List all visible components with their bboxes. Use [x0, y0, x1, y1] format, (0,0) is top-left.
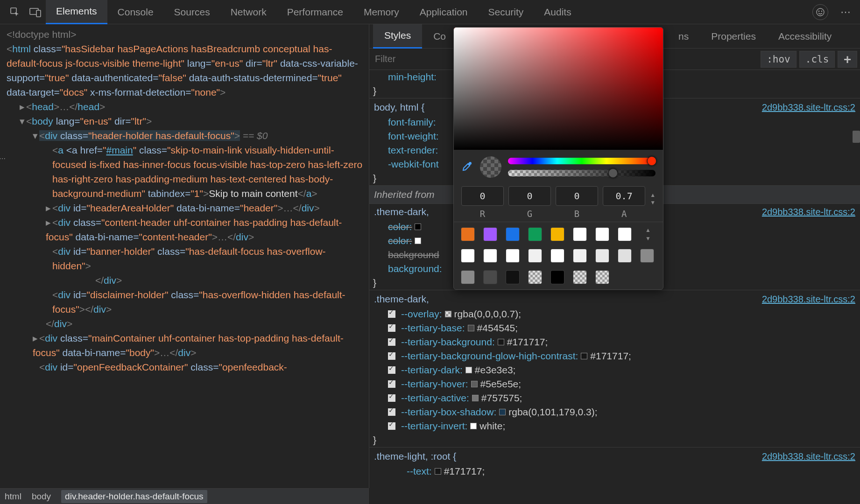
palette-swatch[interactable]: [506, 271, 519, 284]
property-toggle[interactable]: [388, 352, 395, 360]
palette-scroll-arrows[interactable]: ▲▼: [641, 227, 656, 242]
palette-swatch[interactable]: [529, 228, 542, 241]
crumb-selected-div[interactable]: div.header-holder.has-default-focus: [61, 490, 207, 503]
crumb-html[interactable]: html: [5, 491, 21, 502]
tab-performance[interactable]: Performance: [277, 0, 353, 24]
element-classes-button[interactable]: .cls: [799, 51, 835, 68]
tab-memory[interactable]: Memory: [353, 0, 409, 24]
palette-swatch[interactable]: [484, 271, 497, 284]
collapse-icon[interactable]: ▾: [20, 114, 26, 128]
collapse-icon[interactable]: ▾: [33, 128, 39, 143]
svg-point-3: [817, 8, 824, 16]
html-tag[interactable]: html: [12, 43, 31, 54]
device-toolbar-icon[interactable]: [29, 6, 42, 19]
current-color-preview: [480, 156, 501, 178]
property-toggle[interactable]: [388, 366, 395, 374]
dom-tree[interactable]: ⋯ <!doctype html> <html class="hasSideba…: [0, 24, 369, 488]
palette-swatch[interactable]: [484, 228, 497, 241]
svg-point-5: [821, 11, 822, 11]
palette-swatch[interactable]: [596, 249, 609, 262]
svg-point-6: [469, 162, 471, 164]
tab-properties[interactable]: Properties: [700, 24, 767, 49]
svg-rect-2: [36, 10, 41, 17]
property-toggle[interactable]: [388, 394, 395, 402]
palette-swatch[interactable]: [484, 249, 497, 262]
alpha-slider[interactable]: [508, 170, 656, 176]
palette-swatch[interactable]: [461, 271, 474, 284]
color-inputs: R G B A ▲▼: [454, 184, 663, 222]
palette-swatch[interactable]: [461, 228, 474, 241]
property-toggle[interactable]: [388, 310, 395, 318]
palette-swatch[interactable]: [551, 271, 564, 284]
scrollbar-thumb[interactable]: [853, 131, 860, 143]
css-selector[interactable]: .theme-light, :root {: [374, 449, 568, 463]
palette-swatch[interactable]: [573, 228, 586, 241]
css-selector[interactable]: .theme-dark,: [374, 292, 568, 306]
tab-styles[interactable]: Styles: [373, 24, 422, 49]
tab-console[interactable]: Console: [107, 0, 164, 24]
palette-swatch[interactable]: [618, 249, 631, 262]
property-toggle[interactable]: [388, 380, 395, 388]
palette-swatch[interactable]: [618, 228, 631, 241]
palette-swatch[interactable]: [461, 249, 474, 262]
color-r-input[interactable]: [461, 186, 504, 206]
styles-filter-input[interactable]: [369, 54, 453, 64]
saturation-value-field[interactable]: [454, 28, 663, 150]
palette-swatch[interactable]: [641, 249, 654, 262]
palette-swatch[interactable]: [573, 271, 586, 284]
tab-network[interactable]: Network: [220, 0, 277, 24]
inspect-element-icon[interactable]: [8, 6, 21, 19]
palette-swatch[interactable]: [506, 228, 519, 241]
eyedropper-icon[interactable]: [461, 161, 473, 173]
inherited-from-label: Inherited from: [374, 189, 435, 200]
breadcrumb: html body div.header-holder.has-default-…: [0, 488, 369, 504]
palette-swatch[interactable]: [529, 271, 542, 284]
expand-icon[interactable]: ▸: [20, 99, 26, 114]
overflow-indicator-icon: ⋯: [0, 152, 7, 166]
tab-application[interactable]: Application: [409, 0, 478, 24]
hover-state-button[interactable]: :hov: [761, 51, 797, 68]
source-link[interactable]: 2d9bb338.site-ltr.css:2: [762, 205, 855, 219]
new-style-rule-button[interactable]: +: [838, 51, 857, 68]
palette-swatch[interactable]: [506, 249, 519, 262]
svg-point-4: [818, 11, 819, 11]
palette-swatch[interactable]: [551, 228, 564, 241]
tab-audits[interactable]: Audits: [534, 0, 581, 24]
source-link[interactable]: 2d9bb338.site-ltr.css:2: [762, 449, 855, 463]
feedback-smile-icon[interactable]: [812, 4, 828, 20]
color-b-input[interactable]: [556, 186, 598, 206]
color-palette: ▲▼: [454, 222, 663, 289]
tab-security[interactable]: Security: [478, 0, 534, 24]
hue-slider[interactable]: [508, 158, 656, 164]
palette-swatch[interactable]: [573, 249, 586, 262]
property-toggle[interactable]: [388, 338, 395, 346]
doctype: <!doctype html>: [7, 29, 76, 40]
styles-panel: Styles Co ns Properties Accessibility :h…: [369, 24, 860, 488]
tab-listeners-partial[interactable]: ns: [667, 24, 700, 49]
source-link[interactable]: 2d9bb338.site-ltr.css:2: [762, 292, 855, 306]
color-picker-popup: R G B A ▲▼ ▲▼: [453, 27, 663, 290]
color-g-input[interactable]: [508, 186, 551, 206]
palette-swatch[interactable]: [596, 228, 609, 241]
color-mode-switcher[interactable]: ▲▼: [650, 192, 656, 213]
devtools-main-tabs: Elements Console Sources Network Perform…: [0, 0, 860, 24]
palette-swatch[interactable]: [529, 249, 542, 262]
tab-accessibility[interactable]: Accessibility: [767, 24, 843, 49]
selected-node[interactable]: <div class="header-holder has-default-fo…: [39, 130, 240, 141]
crumb-body[interactable]: body: [32, 491, 51, 502]
tab-sources[interactable]: Sources: [164, 0, 220, 24]
more-menu-icon[interactable]: ⋯: [837, 6, 855, 18]
property-toggle[interactable]: [388, 408, 395, 416]
tab-elements[interactable]: Elements: [46, 0, 107, 24]
palette-swatch[interactable]: [551, 249, 564, 262]
color-a-input[interactable]: [603, 186, 645, 206]
tab-computed-partial[interactable]: Co: [422, 24, 457, 49]
popup-caret-icon: [468, 289, 477, 290]
property-toggle[interactable]: [388, 422, 395, 430]
source-link[interactable]: 2d9bb338.site-ltr.css:2: [762, 100, 855, 114]
property-toggle[interactable]: [388, 324, 395, 332]
palette-swatch[interactable]: [596, 271, 609, 284]
